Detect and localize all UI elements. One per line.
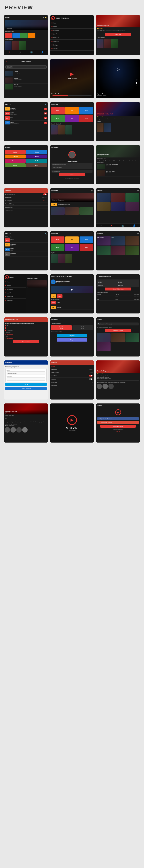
autoplay-toggle[interactable]: [89, 375, 93, 376]
sr-2[interactable]: [111, 333, 125, 342]
mov-6[interactable]: [125, 202, 139, 211]
mov-2[interactable]: [111, 193, 125, 202]
genre-thriller[interactable]: [28, 33, 35, 38]
genre-romance[interactable]: Romance: [5, 159, 26, 163]
pop-grid-5[interactable]: [111, 246, 125, 255]
menu-movies[interactable]: Movies: [50, 25, 94, 29]
covid-play[interactable]: ▶: [51, 286, 94, 293]
pop-1[interactable]: [97, 123, 104, 132]
genre-thriller[interactable]: Thriller: [5, 163, 26, 167]
movie-2[interactable]: [12, 41, 19, 50]
share-icon[interactable]: ⬆: [136, 82, 138, 84]
nav-movies-menu[interactable]: Movies: [4, 284, 26, 287]
pop-grid-2[interactable]: FOOL: [111, 236, 125, 246]
search-icon[interactable]: ⊕: [43, 17, 44, 18]
cancel-sub-btn[interactable]: Cancel Subscription: [105, 287, 131, 290]
nav-movies[interactable]: ▶Movies: [19, 51, 22, 55]
setting-subtitles[interactable]: Subtitles: [50, 377, 94, 381]
movie-1[interactable]: [5, 41, 11, 50]
mand-ep2[interactable]: Ep2 - The Child 2019-11-15: [96, 170, 140, 177]
ch-grid-6[interactable]: ETV: [79, 115, 93, 122]
nav-watch-menu[interactable]: Watch List: [4, 295, 26, 299]
genre-drama[interactable]: [12, 33, 20, 38]
ch4-play[interactable]: ▶: [44, 122, 47, 124]
stripe-btn[interactable]: Stripe: [57, 338, 87, 342]
facebook-signin-btn[interactable]: f Sign in with Facebook: [97, 417, 139, 420]
nav-profile[interactable]: 👤Profile: [41, 51, 44, 55]
pop-b[interactable]: [58, 254, 65, 264]
process-payment-btn[interactable]: Process Payment: [105, 329, 131, 332]
ch-netv-2[interactable]: NETV NETV News: [4, 247, 48, 252]
menu-logout[interactable]: Log Out: [50, 47, 94, 51]
logo-rtv-grid[interactable]: RTV: [65, 244, 79, 251]
nav-home-2[interactable]: ⌂: [101, 224, 102, 227]
search-icon-3[interactable]: 🔍: [45, 233, 47, 235]
subtitles-toggle[interactable]: [89, 378, 93, 380]
pop-2[interactable]: [104, 123, 111, 132]
back-icon[interactable]: ←: [5, 60, 7, 63]
play-icon[interactable]: ▷: [117, 67, 119, 72]
rec-2[interactable]: [58, 125, 65, 134]
movie-3[interactable]: [19, 41, 26, 50]
pop-grid-6[interactable]: [125, 246, 139, 255]
genre-drama[interactable]: Drama: [26, 150, 47, 154]
genre-comedy[interactable]: [20, 33, 28, 38]
channel-1[interactable]: CH1 Channel 1 News Tonight ▶: [4, 106, 48, 111]
ch-grid-4[interactable]: GTV: [51, 115, 65, 122]
hero-banner[interactable]: Featured: [5, 20, 48, 30]
fav-3[interactable]: [79, 207, 93, 215]
logo-satv-grid[interactable]: SATV: [51, 237, 65, 243]
covid-ch2[interactable]: CH1 Channel 1: [50, 305, 94, 310]
ch-grid-3[interactable]: NETV: [79, 107, 93, 115]
plan-yearly[interactable]: Yearly$7.99: [72, 325, 93, 330]
sim-1[interactable]: [97, 39, 104, 48]
fav-hero[interactable]: Spice In Disguise: [51, 193, 94, 202]
logo-etv-grid[interactable]: ETV: [79, 244, 93, 251]
settings-downloads[interactable]: Downloads WiFi only ›: [4, 196, 48, 199]
menu-settings[interactable]: Settings: [50, 43, 94, 47]
genre-docs[interactable]: Docs: [26, 163, 47, 167]
signup-link[interactable]: Sign Up: [96, 431, 140, 433]
ch1-play[interactable]: ▶: [44, 108, 47, 110]
nav-home[interactable]: ⌂Home: [8, 51, 11, 55]
channel-netv[interactable]: NTV NTV Sports Live ▶: [4, 116, 48, 121]
sr-4[interactable]: [97, 342, 111, 351]
setting-about[interactable]: About App›: [50, 381, 94, 384]
episode-2[interactable]: Episode 2 Conflict escalates...: [4, 77, 48, 84]
sr-3[interactable]: [125, 333, 139, 342]
genre-comedy[interactable]: Comedy: [5, 155, 26, 158]
menu-subscribe[interactable]: Subscribe: [50, 40, 94, 43]
settings-terms[interactable]: Terms & Privacy ›: [4, 203, 48, 206]
grid-icon[interactable]: ⊞: [137, 233, 139, 235]
nav-sub-menu[interactable]: Subscribe: [4, 299, 26, 302]
notif-toggle[interactable]: [43, 193, 47, 195]
menu-watchlist[interactable]: Watch List: [50, 36, 94, 40]
season-selector[interactable]: SEASON 1▼: [5, 65, 47, 69]
covid-video[interactable]: ▶: [51, 286, 94, 293]
paypal-pwd-field[interactable]: ••••••••: [7, 377, 45, 381]
fav-1[interactable]: [51, 207, 65, 215]
episode-3[interactable]: Episode 3 The plot thickens...: [4, 84, 48, 90]
plan-monthly[interactable]: Monthly$9.99: [51, 325, 72, 330]
more-icon[interactable]: ⋮: [45, 61, 47, 62]
email-signin-btn[interactable]: Sign in with Email: [100, 425, 136, 428]
covid-ch1[interactable]: SATV SATV: [50, 301, 94, 305]
ch-grid-1[interactable]: SATV: [51, 107, 65, 115]
logo-gtv-grid[interactable]: GTV: [51, 244, 65, 251]
save-profile-btn[interactable]: Save: [59, 173, 85, 176]
setting-autoplay[interactable]: Auto Play: [50, 374, 94, 377]
nav-tv-2[interactable]: 📺: [121, 224, 124, 227]
satv-play[interactable]: ▶: [44, 113, 47, 115]
fav-2[interactable]: [65, 207, 79, 215]
settings-rate[interactable]: Rate the App ›: [4, 206, 48, 209]
paypal-create-btn[interactable]: Create Account: [5, 387, 47, 390]
mov-4[interactable]: [97, 202, 111, 211]
filter-icon[interactable]: ⊞: [91, 190, 93, 191]
notification-icon[interactable]: 🔔: [45, 17, 47, 18]
menu-tvshows[interactable]: TV Shows: [50, 29, 94, 32]
google-signin-btn[interactable]: G Sign in with Google: [97, 421, 139, 424]
menu-livetv[interactable]: Live TV: [50, 32, 94, 36]
channel-satv[interactable]: SATV SATV Drama Series ▶: [4, 111, 48, 116]
search-input-bar[interactable]: 🔍 Search for "Trending": [97, 322, 139, 326]
paypal-login-btn[interactable]: Log In: [5, 383, 47, 386]
